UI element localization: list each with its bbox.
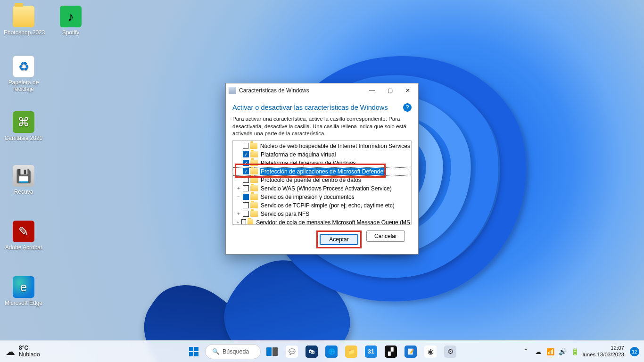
cancel-button[interactable]: Cancelar [366, 230, 405, 242]
accept-button[interactable]: Aceptar [320, 234, 358, 245]
feature-checkbox[interactable] [243, 177, 249, 183]
desktop-icon-photoshop-folder[interactable]: Photoshop.2023 [4, 6, 43, 36]
desktop-icon-label: Camtasia 2020 [4, 135, 43, 141]
spotify-icon: ♪ [60, 6, 82, 27]
taskbar-app-calendar[interactable]: 31 [363, 343, 380, 360]
features-tree[interactable]: Núcleo de web hospedable de Internet Inf… [232, 140, 412, 225]
folder-icon [250, 211, 258, 217]
desktop-icon-recuva[interactable]: 💾 Recuva [4, 165, 43, 195]
volume-icon[interactable]: 🔊 [558, 348, 568, 355]
folder-icon [250, 143, 257, 149]
taskbar-app-explorer[interactable]: 📁 [343, 343, 360, 360]
search-placeholder: Búsqueda [223, 348, 249, 355]
desktop-icon-label: Adobe Acrobat [4, 244, 43, 251]
notifications-button[interactable]: 12 [630, 347, 639, 356]
folder-icon [250, 168, 258, 174]
windows-features-dialog: Características de Windows ― ▢ ✕ Activar… [225, 83, 419, 255]
task-view-icon [266, 347, 278, 356]
help-button[interactable]: ? [403, 103, 412, 112]
taskbar: ☁ 8°C Nublado 🔍 Búsqueda 💬🛍🌐📁31▞📝◉⚙ ˄ ☁ … [0, 340, 644, 362]
expander-icon[interactable]: + [236, 186, 241, 191]
feature-row[interactable]: Núcleo de web hospedable de Internet Inf… [233, 142, 411, 150]
feature-checkbox[interactable] [243, 185, 249, 191]
desktop-icon-label: Photoshop.2023 [4, 29, 43, 36]
highlight-annotation: Aceptar [316, 230, 362, 248]
dialog-titlebar[interactable]: Características de Windows ― ▢ ✕ [226, 83, 418, 98]
desktop-icon-acrobat[interactable]: ✎ Adobe Acrobat [4, 221, 43, 251]
feature-label: Protección de aplicaciones de Microsoft … [260, 168, 386, 175]
desktop-icon-label: Spotify [51, 29, 91, 36]
feature-row[interactable]: Servicios de TCPIP simple (por ej; echo,… [233, 201, 411, 210]
desktop-icon-recycle-bin[interactable]: ♻ Papelera de reciclaje [4, 56, 43, 92]
feature-label: Servicios de impresión y documentos [260, 194, 355, 200]
folder-icon [248, 219, 253, 225]
search-icon: 🔍 [212, 348, 220, 355]
tray-overflow-button[interactable]: ˄ [521, 348, 531, 355]
feature-label: Plataforma de máquina virtual [260, 151, 337, 158]
windows-logo-icon [189, 347, 198, 356]
desktop-icon-camtasia[interactable]: ⌘ Camtasia 2020 [4, 111, 43, 141]
feature-row[interactable]: −Servicios de impresión y documentos [233, 193, 411, 201]
taskbar-app-features[interactable]: ⚙ [442, 343, 459, 360]
feature-checkbox[interactable]: ✓ [243, 160, 249, 166]
chrome-icon: ◉ [424, 346, 437, 358]
feature-row[interactable]: +Servicios para NFS [233, 210, 411, 218]
feature-row[interactable]: ✓Plataforma del hipervisor de Windows [233, 159, 411, 167]
acrobat-icon: ✎ [13, 221, 34, 242]
feature-label: Servicios para NFS [260, 211, 310, 217]
feature-checkbox[interactable] [243, 194, 249, 200]
feature-checkbox[interactable] [241, 219, 246, 225]
folder-icon [250, 151, 258, 157]
feature-checkbox[interactable]: ✓ [243, 168, 249, 174]
feature-checkbox[interactable]: ✓ [243, 151, 249, 157]
folder-icon [250, 160, 258, 166]
expander-icon[interactable]: + [236, 220, 240, 225]
start-button[interactable] [185, 343, 202, 360]
recuva-icon: 💾 [13, 165, 34, 187]
battery-icon[interactable]: 🔋 [570, 348, 580, 355]
feature-label: Servicios de TCPIP simple (por ej; echo,… [260, 202, 396, 209]
app1-icon: ▞ [385, 346, 397, 358]
taskbar-app-notes[interactable]: 📝 [402, 343, 419, 360]
desktop-icon-label: Recuva [4, 189, 43, 195]
feature-row[interactable]: +Servicio WAS (Windows Process Activatio… [233, 184, 411, 193]
feature-checkbox[interactable] [243, 202, 249, 208]
onedrive-icon[interactable]: ☁ [534, 348, 543, 355]
task-view-button[interactable] [264, 343, 281, 360]
taskbar-search[interactable]: 🔍 Búsqueda [205, 344, 261, 359]
taskbar-app-app1[interactable]: ▞ [382, 343, 399, 360]
weather-widget[interactable]: ☁ 8°C Nublado [0, 345, 46, 357]
feature-label: Protocolo de puente del centro de datos [260, 177, 362, 183]
taskbar-clock[interactable]: 12:07 lunes 13/03/2023 [583, 345, 624, 357]
taskbar-app-chat[interactable]: 💬 [283, 343, 300, 360]
taskbar-app-chrome[interactable]: ◉ [422, 343, 439, 360]
feature-row[interactable]: ✓Protección de aplicaciones de Microsoft… [233, 167, 411, 176]
close-button[interactable]: ✕ [397, 83, 418, 98]
dialog-icon [229, 87, 236, 94]
wifi-icon[interactable]: 📶 [546, 348, 555, 355]
expander-icon[interactable]: + [236, 211, 241, 216]
camtasia-icon: ⌘ [13, 111, 34, 133]
desktop-icon-edge[interactable]: e Microsoft Edge [4, 276, 43, 306]
feature-checkbox[interactable] [243, 211, 249, 217]
system-tray: ˄ ☁ 📶 🔊 🔋 12:07 lunes 13/03/2023 12 [517, 345, 644, 357]
feature-row[interactable]: +Servidor de cola de mensajes Microsoft … [233, 218, 411, 225]
weather-desc: Nublado [19, 352, 40, 358]
feature-row[interactable]: ✓Plataforma de máquina virtual [233, 150, 411, 159]
folder-icon [13, 6, 34, 27]
feature-label: Servidor de cola de mensajes Microsoft M… [255, 219, 411, 225]
taskbar-app-store[interactable]: 🛍 [303, 343, 320, 360]
folder-icon [250, 194, 258, 200]
notes-icon: 📝 [405, 346, 417, 358]
desktop-icon-spotify[interactable]: ♪ Spotify [51, 6, 91, 36]
feature-checkbox[interactable] [243, 143, 249, 149]
chat-icon: 💬 [286, 346, 298, 358]
feature-label: Plataforma del hipervisor de Windows [260, 160, 356, 166]
dialog-title: Características de Windows [239, 87, 309, 94]
folder-icon [250, 177, 258, 183]
weather-temp: 8°C [19, 345, 40, 351]
feature-row[interactable]: Protocolo de puente del centro de datos [233, 176, 411, 184]
expander-icon[interactable]: − [236, 194, 241, 199]
desktop-icon-label: Microsoft Edge [4, 300, 43, 306]
taskbar-app-edge[interactable]: 🌐 [323, 343, 340, 360]
